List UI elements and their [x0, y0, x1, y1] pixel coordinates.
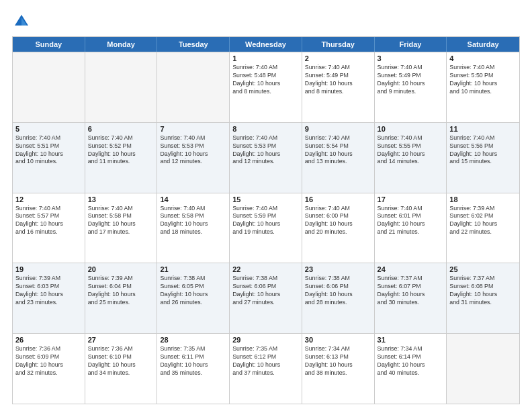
day-number: 5 [15, 125, 82, 133]
day-number: 27 [88, 336, 154, 344]
calendar-body: 1Sunrise: 7:40 AM Sunset: 5:48 PM Daylig… [13, 52, 519, 404]
calendar-cell: 8Sunrise: 7:40 AM Sunset: 5:53 PM Daylig… [230, 123, 302, 193]
calendar-cell: 28Sunrise: 7:35 AM Sunset: 6:11 PM Dayli… [157, 334, 230, 404]
day-info: Sunrise: 7:39 AM Sunset: 6:02 PM Dayligh… [449, 205, 517, 237]
day-info: Sunrise: 7:35 AM Sunset: 6:12 PM Dayligh… [232, 345, 299, 377]
day-number: 26 [15, 336, 82, 344]
day-number: 12 [15, 195, 82, 203]
day-info: Sunrise: 7:40 AM Sunset: 5:58 PM Dayligh… [88, 205, 154, 237]
calendar-cell: 19Sunrise: 7:39 AM Sunset: 6:03 PM Dayli… [13, 263, 85, 333]
day-number: 9 [305, 125, 371, 133]
calendar-cell: 4Sunrise: 7:40 AM Sunset: 5:50 PM Daylig… [447, 52, 519, 122]
calendar-cell-empty [447, 334, 519, 404]
calendar: SundayMondayTuesdayWednesdayThursdayFrid… [12, 36, 520, 404]
header [12, 12, 520, 31]
day-number: 19 [15, 265, 82, 273]
day-number: 16 [305, 195, 371, 203]
day-info: Sunrise: 7:37 AM Sunset: 6:08 PM Dayligh… [449, 275, 517, 307]
weekday-header: Sunday [13, 37, 85, 52]
calendar-cell: 14Sunrise: 7:40 AM Sunset: 5:58 PM Dayli… [157, 193, 230, 263]
day-info: Sunrise: 7:34 AM Sunset: 6:14 PM Dayligh… [378, 345, 444, 377]
calendar-cell: 29Sunrise: 7:35 AM Sunset: 6:12 PM Dayli… [230, 334, 302, 404]
calendar-cell: 25Sunrise: 7:37 AM Sunset: 6:08 PM Dayli… [447, 263, 519, 333]
calendar-header-row: SundayMondayTuesdayWednesdayThursdayFrid… [13, 37, 519, 52]
day-number: 15 [232, 195, 299, 203]
day-info: Sunrise: 7:40 AM Sunset: 5:49 PM Dayligh… [378, 64, 444, 96]
weekday-header: Saturday [447, 37, 519, 52]
day-info: Sunrise: 7:35 AM Sunset: 6:11 PM Dayligh… [160, 345, 226, 377]
day-info: Sunrise: 7:40 AM Sunset: 5:51 PM Dayligh… [15, 134, 82, 167]
day-info: Sunrise: 7:40 AM Sunset: 5:57 PM Dayligh… [15, 205, 82, 237]
calendar-cell: 11Sunrise: 7:40 AM Sunset: 5:56 PM Dayli… [447, 123, 519, 193]
calendar-cell: 10Sunrise: 7:40 AM Sunset: 5:55 PM Dayli… [375, 123, 447, 193]
weekday-header: Wednesday [230, 37, 302, 52]
day-info: Sunrise: 7:40 AM Sunset: 5:58 PM Dayligh… [160, 205, 226, 237]
day-number: 18 [449, 195, 517, 203]
day-number: 31 [378, 336, 444, 344]
calendar-cell: 9Sunrise: 7:40 AM Sunset: 5:54 PM Daylig… [302, 123, 375, 193]
calendar-cell: 13Sunrise: 7:40 AM Sunset: 5:58 PM Dayli… [85, 193, 158, 263]
day-info: Sunrise: 7:40 AM Sunset: 5:54 PM Dayligh… [305, 134, 371, 167]
calendar-cell: 17Sunrise: 7:40 AM Sunset: 6:01 PM Dayli… [375, 193, 447, 263]
calendar-cell: 22Sunrise: 7:38 AM Sunset: 6:06 PM Dayli… [230, 263, 302, 333]
day-number: 28 [160, 336, 226, 344]
day-number: 17 [378, 195, 444, 203]
logo-icon [12, 12, 31, 31]
day-number: 21 [160, 265, 226, 273]
day-info: Sunrise: 7:36 AM Sunset: 6:10 PM Dayligh… [88, 345, 154, 377]
day-number: 8 [232, 125, 299, 133]
calendar-cell: 15Sunrise: 7:40 AM Sunset: 5:59 PM Dayli… [230, 193, 302, 263]
calendar-cell: 7Sunrise: 7:40 AM Sunset: 5:53 PM Daylig… [157, 123, 230, 193]
day-number: 24 [378, 265, 444, 273]
calendar-cell: 5Sunrise: 7:40 AM Sunset: 5:51 PM Daylig… [13, 123, 85, 193]
calendar-cell: 18Sunrise: 7:39 AM Sunset: 6:02 PM Dayli… [447, 193, 519, 263]
day-info: Sunrise: 7:38 AM Sunset: 6:06 PM Dayligh… [232, 275, 299, 307]
page: SundayMondayTuesdayWednesdayThursdayFrid… [0, 0, 532, 411]
calendar-cell: 2Sunrise: 7:40 AM Sunset: 5:49 PM Daylig… [302, 52, 375, 122]
day-info: Sunrise: 7:40 AM Sunset: 6:01 PM Dayligh… [378, 205, 444, 237]
calendar-cell: 27Sunrise: 7:36 AM Sunset: 6:10 PM Dayli… [85, 334, 158, 404]
weekday-header: Monday [85, 37, 158, 52]
day-info: Sunrise: 7:40 AM Sunset: 5:52 PM Dayligh… [88, 134, 154, 167]
calendar-cell: 20Sunrise: 7:39 AM Sunset: 6:04 PM Dayli… [85, 263, 158, 333]
day-info: Sunrise: 7:40 AM Sunset: 5:53 PM Dayligh… [232, 134, 299, 167]
day-number: 11 [449, 125, 517, 133]
day-number: 25 [449, 265, 517, 273]
day-info: Sunrise: 7:40 AM Sunset: 6:00 PM Dayligh… [305, 205, 371, 237]
day-info: Sunrise: 7:38 AM Sunset: 6:05 PM Dayligh… [160, 275, 226, 307]
weekday-header: Tuesday [157, 37, 230, 52]
day-number: 20 [88, 265, 154, 273]
calendar-row: 19Sunrise: 7:39 AM Sunset: 6:03 PM Dayli… [13, 263, 519, 333]
day-info: Sunrise: 7:40 AM Sunset: 5:55 PM Dayligh… [378, 134, 444, 167]
calendar-cell: 24Sunrise: 7:37 AM Sunset: 6:07 PM Dayli… [375, 263, 447, 333]
day-info: Sunrise: 7:40 AM Sunset: 5:59 PM Dayligh… [232, 205, 299, 237]
calendar-cell: 26Sunrise: 7:36 AM Sunset: 6:09 PM Dayli… [13, 334, 85, 404]
day-number: 3 [378, 54, 444, 62]
weekday-header: Thursday [302, 37, 375, 52]
calendar-row: 12Sunrise: 7:40 AM Sunset: 5:57 PM Dayli… [13, 193, 519, 263]
day-info: Sunrise: 7:40 AM Sunset: 5:53 PM Dayligh… [160, 134, 226, 167]
calendar-cell: 23Sunrise: 7:38 AM Sunset: 6:06 PM Dayli… [302, 263, 375, 333]
calendar-cell: 6Sunrise: 7:40 AM Sunset: 5:52 PM Daylig… [85, 123, 158, 193]
calendar-cell: 1Sunrise: 7:40 AM Sunset: 5:48 PM Daylig… [230, 52, 302, 122]
calendar-cell: 30Sunrise: 7:34 AM Sunset: 6:13 PM Dayli… [302, 334, 375, 404]
day-info: Sunrise: 7:39 AM Sunset: 6:04 PM Dayligh… [88, 275, 154, 307]
day-info: Sunrise: 7:40 AM Sunset: 5:50 PM Dayligh… [449, 64, 517, 96]
day-info: Sunrise: 7:40 AM Sunset: 5:48 PM Dayligh… [232, 64, 299, 96]
calendar-row: 1Sunrise: 7:40 AM Sunset: 5:48 PM Daylig… [13, 52, 519, 122]
day-number: 6 [88, 125, 154, 133]
day-number: 1 [232, 54, 299, 62]
day-info: Sunrise: 7:39 AM Sunset: 6:03 PM Dayligh… [15, 275, 82, 307]
day-info: Sunrise: 7:37 AM Sunset: 6:07 PM Dayligh… [378, 275, 444, 307]
calendar-cell: 12Sunrise: 7:40 AM Sunset: 5:57 PM Dayli… [13, 193, 85, 263]
calendar-row: 5Sunrise: 7:40 AM Sunset: 5:51 PM Daylig… [13, 122, 519, 193]
calendar-cell-empty [157, 52, 230, 122]
day-info: Sunrise: 7:38 AM Sunset: 6:06 PM Dayligh… [305, 275, 371, 307]
day-number: 4 [449, 54, 517, 62]
day-info: Sunrise: 7:40 AM Sunset: 5:49 PM Dayligh… [305, 64, 371, 96]
day-number: 7 [160, 125, 226, 133]
day-number: 13 [88, 195, 154, 203]
calendar-cell: 16Sunrise: 7:40 AM Sunset: 6:00 PM Dayli… [302, 193, 375, 263]
day-info: Sunrise: 7:36 AM Sunset: 6:09 PM Dayligh… [15, 345, 82, 377]
day-number: 23 [305, 265, 371, 273]
